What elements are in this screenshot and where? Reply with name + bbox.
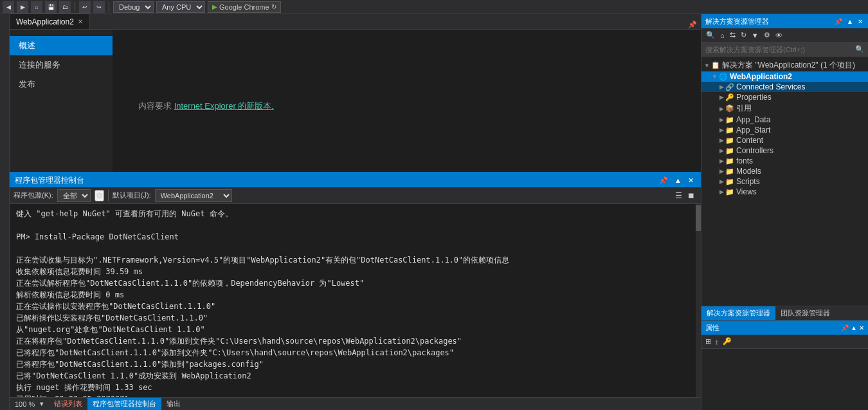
solution-expand-arrow[interactable]: ▼ [704, 62, 710, 69]
props-close-btn[interactable]: ✕ [859, 324, 864, 331]
home-btn[interactable]: ⌂ [31, 1, 42, 13]
tree-models[interactable]: ▶ 📁 Models [701, 166, 868, 176]
sol-pin-btn[interactable]: 📌 [833, 18, 844, 25]
sol-tool-nav[interactable]: ⇆ [728, 30, 737, 41]
console-line-12: 执行 nuget 操作花费时间 1.33 sec [16, 382, 689, 393]
props-pin-btn[interactable]: 📌 [841, 324, 849, 331]
tree-content[interactable]: ▶ 📁 Content [701, 135, 868, 145]
sol-tool-filter[interactable]: ▼ [750, 30, 761, 41]
cont-arrow[interactable]: ▶ [719, 137, 724, 144]
console-blank-2 [16, 243, 689, 254]
mod-arrow[interactable]: ▶ [719, 168, 724, 174]
view-label: Views [736, 187, 757, 196]
console-line-11: 已将"DotNetCasClient 1.1.0"成功安装到 WebApplic… [16, 370, 689, 382]
save-all-btn[interactable]: 🗂 [59, 1, 71, 13]
tab-solution-explorer[interactable]: 解决方案资源管理器 [701, 306, 775, 320]
tree-solution-root[interactable]: ▼ 📋 解决方案 "WebApplication2" (1 个项目) [701, 59, 868, 71]
tree-controllers[interactable]: ▶ 📁 Controllers [701, 145, 868, 156]
pin-btn[interactable]: 📌 [684, 21, 701, 29]
prop-key-btn[interactable]: 🔑 [721, 337, 733, 346]
tab-close-btn[interactable]: ✕ [78, 18, 83, 25]
nav-publish[interactable]: 发布 [10, 75, 113, 94]
props-expand-btn[interactable]: ▲ [851, 324, 857, 331]
cpu-dropdown[interactable]: Any CPU [156, 1, 205, 13]
tree-references[interactable]: ▶ 📦 引用 [701, 102, 868, 115]
ctrl-arrow[interactable]: ▶ [719, 147, 724, 154]
console-line-3: 正在尝试解析程序包"DotNetCasClient.1.1.0"的依赖项，Dep… [16, 277, 689, 289]
project-expand-arrow[interactable]: ▼ [712, 73, 718, 80]
refresh-icon: ↻ [271, 3, 276, 10]
solution-tree: ▼ 📋 解决方案 "WebApplication2" (1 个项目) ▼ 🌐 W… [701, 57, 868, 306]
sol-tool-home[interactable]: ⌂ [718, 30, 727, 41]
source-dropdown[interactable]: 全部 [57, 189, 91, 202]
tree-app-data[interactable]: ▶ 📁 App_Data [701, 115, 868, 125]
save-btn[interactable]: 💾 [45, 1, 57, 13]
tab-webapplication2[interactable]: WebApplication2 ✕ [10, 14, 90, 29]
nav-overview[interactable]: 概述 [10, 36, 113, 55]
footer-tab-console[interactable]: 程序包管理器控制台 [87, 398, 161, 411]
sol-tool-refresh[interactable]: ↻ [739, 30, 748, 41]
font-icon: 📁 [725, 157, 734, 165]
sol-tool-search[interactable]: 🔍 [704, 30, 717, 41]
nav-connected-services[interactable]: 连接的服务 [10, 55, 113, 75]
prop-sort-btn[interactable]: ↕ [714, 338, 720, 346]
tree-connected-services[interactable]: ▶ 🔗 Connected Services [701, 82, 868, 92]
cs-label: Connected Services [736, 82, 805, 91]
console-line-2: 收集依赖项信息花费时间 39.59 ms [16, 266, 689, 277]
debug-dropdown[interactable]: Debug [113, 1, 154, 13]
console-line-9: 已将程序包"DotNetCasClient.1.1.0"添加到文件夹"C:\Us… [16, 347, 689, 359]
solution-toolbar: 🔍 ⌂ ⇆ ↻ ▼ ⚙ 👁 [701, 28, 868, 42]
forward-btn[interactable]: ▶ [17, 1, 28, 13]
console-expand-btn[interactable]: ▲ [673, 176, 683, 184]
console-line-5: 正在尝试操作以安装程序包"DotNetCasClient.1.1.0" [16, 301, 689, 312]
solution-title-actions: 📌 ▲ ✕ [833, 18, 864, 25]
browser-label: Google Chrome [219, 3, 269, 11]
solution-search-input[interactable] [705, 46, 853, 53]
tree-scripts[interactable]: ▶ 📁 Scripts [701, 176, 868, 187]
props-arrow[interactable]: ▶ [719, 94, 724, 100]
tree-project-root[interactable]: ▼ 🌐 WebApplication2 [701, 71, 868, 82]
cs-arrow[interactable]: ▶ [719, 84, 724, 90]
ad-arrow[interactable]: ▶ [719, 116, 724, 123]
scr-arrow[interactable]: ▶ [719, 178, 724, 185]
console-scrollbar-thumb[interactable] [696, 205, 701, 231]
sol-close-btn[interactable]: ✕ [856, 18, 864, 25]
ie-link[interactable]: Internet Explorer 的新版本. [174, 101, 274, 111]
console-close-btn[interactable]: ✕ [686, 176, 696, 185]
prop-grid-btn[interactable]: ⊞ [704, 337, 712, 346]
run-button[interactable]: ▶ Google Chrome ↻ [208, 1, 281, 13]
properties-title-bar: 属性 📌 ▲ ✕ [701, 321, 868, 335]
tree-app-start[interactable]: ▶ 📁 App_Start [701, 125, 868, 135]
source-label: 程序包源(K): [14, 191, 53, 200]
console-gear-btn[interactable]: ⚙ [95, 190, 104, 201]
as-arrow[interactable]: ▶ [719, 127, 724, 133]
search-icon: 🔍 [855, 45, 864, 53]
font-arrow[interactable]: ▶ [719, 158, 724, 164]
back-btn[interactable]: ◀ [3, 1, 14, 13]
sol-tool-gear[interactable]: ⚙ [762, 30, 772, 41]
console-pin-btn[interactable]: 📌 [657, 176, 670, 185]
properties-title: 属性 [705, 323, 719, 333]
tree-views[interactable]: ▶ 📁 Views [701, 187, 868, 197]
sol-tool-preview[interactable]: 👁 [773, 30, 784, 41]
console-line-7: 从"nuget.org"处拿包"DotNetCasClient 1.1.0" [16, 324, 689, 335]
footer-tab-output[interactable]: 输出 [161, 398, 186, 411]
ref-arrow[interactable]: ▶ [719, 106, 724, 112]
sep2 [109, 2, 109, 12]
tab-team-explorer[interactable]: 团队资源管理器 [775, 306, 835, 320]
undo-btn[interactable]: ↩ [79, 1, 91, 13]
console-line-8: 正在将程序包"DotNetCasClient.1.1.0"添加到文件夹"C:\U… [16, 335, 689, 347]
console-output[interactable]: 键入 "get-help NuGet" 可查看所有可用的 NuGet 命令。 P… [10, 204, 696, 397]
tree-fonts[interactable]: ▶ 📁 fonts [701, 156, 868, 166]
redo-btn[interactable]: ↪ [93, 1, 105, 13]
console-stop-btn[interactable]: ⏹ [685, 191, 697, 200]
solution-title: 解决方案资源管理器 [705, 17, 769, 26]
footer-tab-error-list[interactable]: 错误列表 [49, 398, 87, 411]
sol-expand-btn[interactable]: ▲ [845, 18, 854, 25]
console-list-btn[interactable]: ☰ [673, 191, 684, 200]
view-arrow[interactable]: ▶ [719, 189, 724, 195]
console-scrollbar[interactable] [696, 204, 701, 397]
sep1 [75, 2, 75, 12]
tree-properties[interactable]: ▶ 🔑 Properties [701, 92, 868, 102]
default-project-dropdown[interactable]: WebApplication2 [155, 189, 232, 202]
